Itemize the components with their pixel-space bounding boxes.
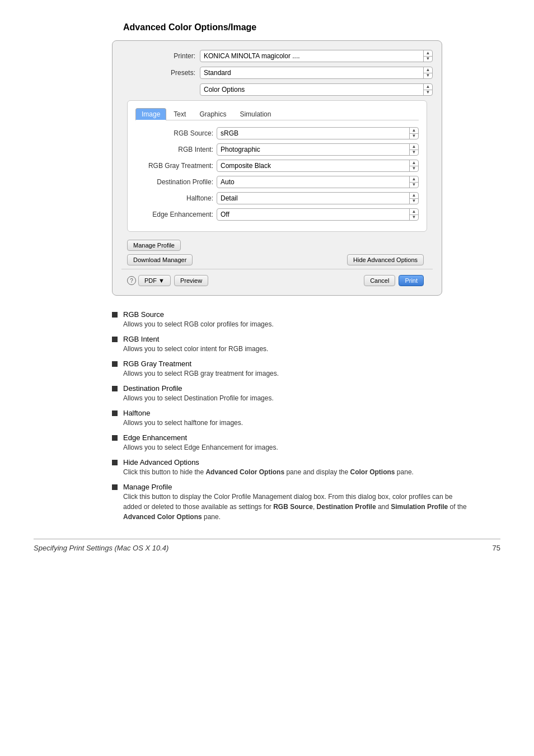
doc-content: Edge EnhancementAllows you to select Edg…	[123, 433, 278, 452]
doc-content: Hide Advanced OptionsClick this button t…	[123, 458, 414, 477]
doc-content: RGB Gray TreatmentAllows you to select R…	[123, 360, 279, 379]
stepper-up[interactable]: ▲	[426, 67, 430, 73]
stepper-down[interactable]: ▼	[412, 199, 416, 204]
stepper-down[interactable]: ▼	[412, 134, 416, 139]
field-select[interactable]: Composite Black▲▼	[217, 160, 419, 172]
print-button[interactable]: Print	[399, 275, 424, 286]
bullet-icon	[112, 312, 118, 318]
stepper-up[interactable]: ▲	[426, 50, 430, 56]
field-label: RGB Gray Treatment:	[135, 162, 217, 170]
field-stepper[interactable]: ▲▼	[409, 128, 418, 139]
field-label: Edge Enhancement:	[135, 211, 217, 218]
stepper-down[interactable]: ▼	[412, 150, 416, 156]
panel-select-wrapper: Color Options ▲ ▼	[200, 83, 433, 96]
field-value: Off	[221, 211, 415, 218]
panel-select[interactable]: Color Options ▲ ▼	[200, 83, 433, 96]
field-select-wrapper: Auto▲▼	[217, 176, 419, 188]
doc-title: RGB Source	[123, 310, 274, 319]
field-stepper[interactable]: ▲▼	[409, 160, 418, 171]
doc-item: Destination ProfileAllows you to select …	[112, 384, 467, 403]
field-select-wrapper: sRGB▲▼	[217, 127, 419, 139]
bullet-icon	[112, 460, 118, 465]
tab-simulation[interactable]: Simulation	[233, 108, 277, 120]
stepper-down[interactable]: ▼	[426, 90, 430, 96]
field-stepper[interactable]: ▲▼	[409, 209, 418, 220]
doc-title: Edge Enhancement	[123, 433, 278, 442]
stepper-up[interactable]: ▲	[412, 144, 416, 150]
doc-desc: Allows you to select RGB color profiles …	[123, 319, 274, 329]
help-icon[interactable]: ?	[127, 276, 136, 285]
field-stepper[interactable]: ▲▼	[409, 193, 418, 204]
doc-item: Hide Advanced OptionsClick this button t…	[112, 458, 467, 477]
printer-stepper[interactable]: ▲ ▼	[423, 50, 432, 62]
stepper-down[interactable]: ▼	[412, 215, 416, 221]
manage-profile-button[interactable]: Manage Profile	[127, 240, 181, 251]
print-dialog: Printer: KONICA MINOLTA magicolor .... ▲…	[112, 40, 442, 296]
field-value: sRGB	[221, 129, 415, 137]
cancel-button[interactable]: Cancel	[364, 275, 395, 286]
download-manager-button[interactable]: Download Manager	[127, 254, 193, 265]
field-stepper[interactable]: ▲▼	[409, 176, 418, 188]
tab-text[interactable]: Text	[167, 108, 192, 120]
page-heading: Advanced Color Options/Image	[123, 22, 500, 32]
tab-image[interactable]: Image	[135, 108, 166, 120]
stepper-up[interactable]: ▲	[412, 176, 416, 182]
bullet-icon	[112, 410, 118, 416]
field-label: RGB Intent:	[135, 146, 217, 153]
panel-stepper[interactable]: ▲ ▼	[423, 84, 432, 95]
stepper-down[interactable]: ▼	[426, 57, 430, 62]
doc-item: RGB SourceAllows you to select RGB color…	[112, 310, 467, 329]
stepper-down[interactable]: ▼	[426, 73, 430, 79]
printer-row: Printer: KONICA MINOLTA magicolor .... ▲…	[121, 50, 433, 62]
field-select[interactable]: Photographic▲▼	[217, 143, 419, 156]
field-select[interactable]: Off▲▼	[217, 208, 419, 221]
field-value: Photographic	[221, 146, 415, 153]
field-select-wrapper: Composite Black▲▼	[217, 160, 419, 172]
stepper-up[interactable]: ▲	[412, 160, 416, 166]
stepper-up[interactable]: ▲	[412, 209, 416, 214]
field-value: Composite Black	[221, 162, 415, 170]
doc-title: Halftone	[123, 409, 243, 417]
doc-item: RGB Gray TreatmentAllows you to select R…	[112, 360, 467, 379]
bullet-icon	[112, 435, 118, 441]
doc-desc: Allows you to select halftone for images…	[123, 418, 243, 428]
printer-select-wrapper: KONICA MINOLTA magicolor .... ▲ ▼	[200, 50, 433, 62]
field-select[interactable]: sRGB▲▼	[217, 127, 419, 139]
doc-title: RGB Intent	[123, 335, 268, 343]
doc-item: HalftoneAllows you to select halftone fo…	[112, 409, 467, 428]
presets-value: Standard	[204, 69, 429, 77]
field-select-wrapper: Detail▲▼	[217, 192, 419, 204]
bullet-icon	[112, 337, 118, 342]
doc-content: HalftoneAllows you to select halftone fo…	[123, 409, 243, 428]
printer-select[interactable]: KONICA MINOLTA magicolor .... ▲ ▼	[200, 50, 433, 62]
bullet-icon	[112, 386, 118, 391]
pdf-button[interactable]: PDF ▼	[138, 275, 171, 286]
doc-item: RGB IntentAllows you to select color int…	[112, 335, 467, 354]
doc-content: Manage ProfileClick this button to displ…	[123, 483, 467, 522]
stepper-up[interactable]: ▲	[426, 84, 430, 90]
presets-stepper[interactable]: ▲ ▼	[423, 67, 432, 78]
stepper-up[interactable]: ▲	[412, 128, 416, 133]
panel-row: Color Options ▲ ▼	[121, 83, 433, 96]
preview-button[interactable]: Preview	[174, 275, 208, 286]
separator-line	[121, 269, 433, 269]
doc-title: RGB Gray Treatment	[123, 360, 279, 368]
page-footer: Specifying Print Settings (Mac OS X 10.4…	[34, 539, 500, 552]
stepper-down[interactable]: ▼	[412, 166, 416, 172]
stepper-up[interactable]: ▲	[412, 193, 416, 198]
printer-label: Printer:	[121, 52, 200, 60]
field-select[interactable]: Detail▲▼	[217, 192, 419, 204]
field-stepper[interactable]: ▲▼	[409, 144, 418, 155]
doc-title: Hide Advanced Options	[123, 458, 414, 466]
field-row: Halftone:Detail▲▼	[135, 192, 419, 204]
tab-graphics[interactable]: Graphics	[193, 108, 232, 120]
stepper-down[interactable]: ▼	[412, 183, 416, 188]
hide-advanced-button[interactable]: Hide Advanced Options	[347, 254, 424, 265]
field-row: RGB Intent:Photographic▲▼	[135, 143, 419, 156]
field-value: Detail	[221, 194, 415, 202]
field-select[interactable]: Auto▲▼	[217, 176, 419, 188]
field-label: Destination Profile:	[135, 178, 217, 186]
presets-select[interactable]: Standard ▲ ▼	[200, 67, 433, 79]
footer-text: Specifying Print Settings (Mac OS X 10.4…	[34, 544, 168, 552]
bullet-icon	[112, 361, 118, 367]
